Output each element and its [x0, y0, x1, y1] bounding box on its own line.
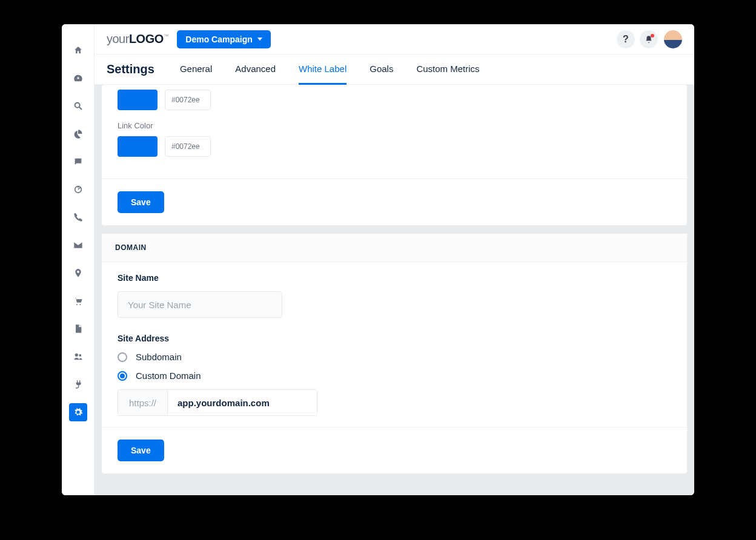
radio-custom-label: Custom Domain — [136, 370, 201, 381]
sidebar-item-chat[interactable] — [69, 153, 87, 171]
svg-point-0 — [75, 103, 79, 108]
campaign-selector[interactable]: Demo Campaign — [177, 30, 270, 48]
link-color-input[interactable] — [165, 136, 211, 157]
document-icon — [73, 324, 83, 334]
primary-color-input[interactable] — [165, 90, 211, 110]
sidebar-item-users[interactable] — [69, 347, 87, 366]
logo-tm: ™ — [164, 33, 169, 39]
site-address-label: Site Address — [118, 334, 671, 343]
avatar[interactable] — [664, 30, 682, 48]
radio-custom-domain[interactable]: Custom Domain — [118, 370, 671, 381]
app-window: yourLOGO™ Demo Campaign ? Settings Gener… — [62, 24, 694, 495]
tab-advanced[interactable]: Advanced — [235, 54, 276, 85]
radio-icon — [118, 352, 127, 362]
help-button[interactable]: ? — [617, 30, 635, 48]
protocol-prefix: https:// — [118, 390, 168, 415]
chevron-down-icon — [257, 38, 262, 41]
chat-icon — [73, 157, 83, 166]
sidebar-item-analytics[interactable] — [69, 125, 87, 143]
tab-general[interactable]: General — [180, 54, 212, 85]
plug-icon — [73, 380, 83, 389]
svg-line-1 — [79, 107, 82, 110]
notification-dot — [651, 34, 654, 38]
sid_item-settings[interactable] — [69, 403, 87, 421]
sidebar-item-location[interactable] — [69, 264, 87, 282]
sidebar-item-search[interactable] — [69, 97, 87, 115]
sidebar-item-documents[interactable] — [69, 320, 87, 338]
logo-part2: LOGO — [129, 32, 164, 45]
logo-part1: your — [107, 32, 129, 45]
help-icon: ? — [623, 34, 629, 45]
cart-icon — [73, 296, 83, 306]
target-icon — [73, 185, 83, 194]
topbar: yourLOGO™ Demo Campaign ? — [94, 24, 694, 54]
link-color-swatch[interactable] — [118, 136, 158, 157]
radio-subdomain-label: Subdomain — [136, 352, 182, 362]
sidebar-item-dashboard[interactable] — [69, 69, 87, 87]
sidebar-item-calls[interactable] — [69, 208, 87, 226]
pin-icon — [73, 268, 83, 278]
home-icon — [73, 45, 83, 55]
page-title: Settings — [107, 62, 154, 76]
notifications-button[interactable] — [640, 30, 658, 48]
radio-subdomain[interactable]: Subdomain — [118, 352, 671, 362]
domain-input-group: https:// — [118, 389, 317, 416]
site-name-label: Site Name — [118, 273, 671, 283]
sidebar-item-home[interactable] — [69, 41, 87, 59]
tab-custom-metrics[interactable]: Custom Metrics — [416, 54, 479, 85]
svg-point-3 — [75, 354, 78, 357]
sidebar-item-cart[interactable] — [69, 292, 87, 310]
sidebar-item-integrations[interactable] — [69, 375, 87, 393]
radio-icon — [118, 371, 127, 381]
sidebar — [62, 24, 94, 495]
pie-chart-icon — [73, 129, 83, 139]
content-area: Link Color Save DOMAIN Site Name S — [94, 85, 694, 495]
domain-card-header: DOMAIN — [102, 234, 687, 262]
domain-input[interactable] — [168, 390, 317, 415]
gear-icon — [73, 407, 83, 417]
gauge-icon — [73, 73, 83, 83]
sidebar-item-target[interactable] — [69, 180, 87, 199]
search-icon — [73, 101, 83, 111]
envelope-icon — [73, 240, 83, 250]
colors-card: Link Color Save — [102, 85, 687, 225]
primary-color-swatch[interactable] — [118, 90, 158, 110]
svg-point-4 — [79, 354, 81, 357]
link-color-label: Link Color — [118, 121, 671, 130]
site-name-input[interactable] — [118, 291, 282, 318]
logo: yourLOGO™ — [107, 32, 168, 46]
sidebar-item-email[interactable] — [69, 236, 87, 254]
phone-icon — [73, 212, 83, 222]
users-icon — [73, 352, 83, 361]
campaign-selector-label: Demo Campaign — [185, 35, 252, 44]
domain-card: DOMAIN Site Name Site Address Subdomain … — [102, 234, 687, 473]
tabbar: Settings General Advanced White Label Go… — [94, 54, 694, 85]
main: yourLOGO™ Demo Campaign ? Settings Gener… — [94, 24, 694, 495]
save-domain-button[interactable]: Save — [118, 440, 164, 461]
tab-goals[interactable]: Goals — [370, 54, 393, 85]
tab-white-label[interactable]: White Label — [299, 54, 346, 85]
save-colors-button[interactable]: Save — [118, 191, 164, 213]
